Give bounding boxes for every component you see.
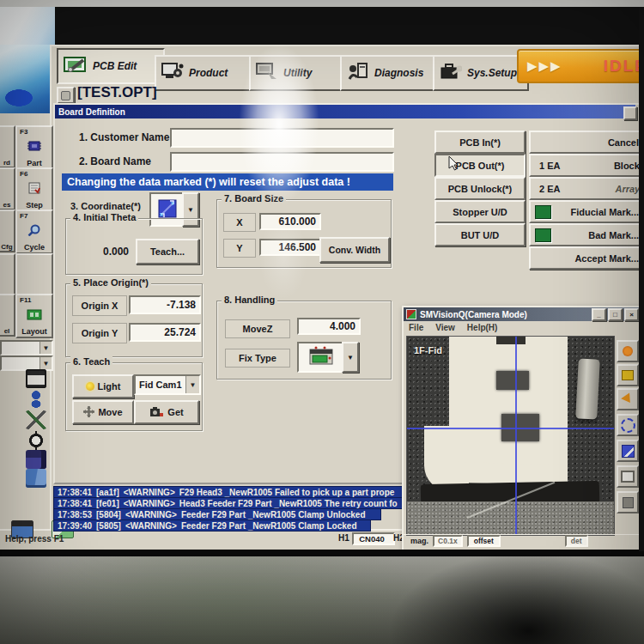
origin-y-value[interactable]: 25.724 — [129, 323, 201, 342]
fix-type-machine-icon — [308, 346, 334, 368]
accept-mark-button[interactable]: Accept Mark... — [529, 246, 639, 270]
array-button[interactable]: 2 EA Array... — [529, 177, 639, 200]
light-adjust-icon — [623, 346, 633, 356]
sidebar-cut-button[interactable]: rd — [0, 125, 15, 168]
fix-type-select[interactable] — [297, 342, 345, 373]
det-value: det — [565, 535, 588, 547]
combo-arrow-icon[interactable]: ▼ — [39, 357, 52, 369]
sidebar-item-cycle[interactable]: F7 Cycle — [15, 210, 53, 254]
menu-view[interactable]: View — [435, 323, 455, 332]
pcb-in-button[interactable]: PCB In(*) — [434, 131, 526, 154]
tab-diagnosis[interactable]: Diagnosis — [340, 55, 445, 91]
cancel-button[interactable]: Cancel — [529, 131, 639, 154]
light-button-label: Light — [98, 381, 121, 392]
screen-photo: PCB Edit Product Utility Diagnosis Sys.S… — [0, 0, 644, 644]
theta-teach-button[interactable]: Teach... — [136, 239, 199, 264]
log-level: <WARNING> — [125, 521, 177, 531]
light-button[interactable]: Light — [72, 374, 134, 398]
movez-value[interactable]: 4.000 — [297, 318, 361, 335]
move-crosshair-icon — [83, 406, 94, 419]
sidebar-cut-button[interactable]: Cfg — [0, 210, 15, 252]
sidebar-cut-button[interactable] — [0, 253, 15, 296]
stopper-ud-button[interactable]: Stopper U/D — [434, 200, 526, 223]
tools-icon[interactable] — [26, 410, 46, 429]
sidebar-item-label: Layout — [21, 327, 47, 336]
operator-tool-icon[interactable] — [26, 390, 46, 409]
minimize-icon[interactable]: _ — [592, 308, 606, 321]
origin-x-value[interactable]: -7.138 — [129, 295, 201, 314]
sidebar-item-layout[interactable]: F11 Layout — [15, 294, 53, 338]
tab-pcb-edit[interactable]: PCB Edit — [57, 48, 165, 84]
teach-camera-select[interactable]: Fid Cam1 ▼ — [134, 374, 201, 395]
get-button[interactable]: Get — [134, 400, 199, 424]
tab-label: PCB Edit — [93, 60, 137, 72]
page-title: [TEST.OPT] — [77, 84, 157, 101]
cam-pointer-tool-button[interactable] — [617, 388, 639, 410]
log-level: <WARNING> — [124, 499, 175, 508]
conv-width-button[interactable]: Conv. Width — [319, 237, 390, 263]
sidebar-item-step[interactable]: F6 Step — [15, 167, 53, 212]
sidebar-item-part[interactable]: F3 Part — [15, 125, 53, 170]
size-y-value[interactable]: 146.500 — [259, 239, 321, 256]
menu-file[interactable]: File — [409, 323, 423, 332]
fiducial-mark-button[interactable]: Fiducial Mark... — [529, 200, 639, 223]
monitor-tool-icon[interactable] — [26, 369, 46, 388]
screen: PCB Edit Product Utility Diagnosis Sys.S… — [0, 7, 639, 550]
pointer-tool-icon — [621, 392, 635, 405]
fix-type-dropdown-button[interactable]: ▼ — [342, 342, 359, 373]
but-ud-button[interactable]: BUT U/D — [434, 223, 526, 246]
desk-area — [0, 556, 644, 644]
bad-mark-button[interactable]: Bad Mark... — [529, 223, 639, 246]
fkey-label: F7 — [20, 212, 27, 220]
cam-settings-button[interactable] — [617, 364, 639, 386]
cam-stop-tool-button[interactable] — [617, 491, 639, 513]
log-message: Head3 Feeder F29 Part _NewR1005 The retr… — [179, 499, 398, 508]
move-button-label: Move — [98, 407, 122, 417]
log-code: [5805] — [96, 521, 121, 531]
menu-help[interactable]: Help(H) — [467, 323, 498, 332]
tab-sys-setup[interactable]: Sys.Setup — [433, 55, 529, 91]
size-x-value[interactable]: 610.000 — [259, 213, 321, 230]
manual-book-icon[interactable] — [26, 469, 46, 488]
camera-select-arrow-icon[interactable]: ▼ — [185, 376, 199, 393]
maximize-icon[interactable]: □ — [608, 308, 623, 321]
move-button[interactable]: Move — [72, 400, 134, 424]
combo-arrow-icon[interactable]: ▼ — [39, 342, 52, 354]
head1-value: CN040 — [352, 532, 395, 545]
sidebar-cut-button[interactable]: el — [0, 294, 15, 337]
cam-window-tool-button[interactable] — [617, 465, 639, 488]
cam-light-adjust-button[interactable] — [617, 340, 639, 362]
machine-state-indicator[interactable]: ▶▶▶ IDLE — [517, 49, 639, 83]
camera-title-bar[interactable]: SMVisionQ(Camera Mode) _ □ × — [404, 307, 639, 321]
camera-image-label: 1F-Fid — [414, 345, 442, 355]
log-code: [fe01] — [96, 499, 119, 508]
block-button[interactable]: 1 EA Block... — [529, 154, 639, 177]
cam-circle-select-button[interactable] — [617, 414, 639, 436]
panel-header-button[interactable] — [623, 106, 637, 120]
pcb-unlock-button[interactable]: PCB Unlock(*) — [434, 177, 526, 200]
camera-tool-icon[interactable] — [26, 450, 46, 469]
log-line: 17:39:40[5805]<WARNING>Feeder F29 Part _… — [53, 519, 371, 532]
fkey-label: F6 — [20, 170, 27, 178]
tab-product[interactable]: Product — [155, 55, 259, 91]
timer-tool-icon[interactable] — [26, 431, 46, 450]
initial-theta-label: 4. Initial Theta — [70, 212, 138, 222]
board-name-input[interactable] — [170, 152, 394, 172]
help-hint: Help, press F1 — [5, 534, 64, 544]
sidebar-item-blank[interactable] — [15, 253, 53, 298]
monitor-bezel-right — [639, 7, 644, 551]
tab-utility[interactable]: Utility — [249, 55, 352, 91]
size-x-label: X — [223, 213, 256, 232]
circle-select-icon — [621, 418, 635, 433]
close-icon[interactable]: × — [624, 308, 639, 321]
cam-edit-tool-button[interactable] — [617, 440, 639, 462]
svg-text:X: X — [160, 212, 163, 217]
sys-setup-icon — [440, 62, 462, 84]
panel-title-bar: Board Definition — [55, 105, 635, 118]
sidebar-cut-button[interactable]: es — [0, 167, 15, 210]
size-y-label: Y — [223, 239, 256, 258]
part-chip-icon — [27, 140, 42, 155]
sidebar-combo-1[interactable]: ▼ — [0, 340, 53, 355]
reset-warning-banner: Changing the data marked (*) will reset … — [62, 173, 393, 191]
customer-name-input[interactable] — [170, 128, 394, 148]
